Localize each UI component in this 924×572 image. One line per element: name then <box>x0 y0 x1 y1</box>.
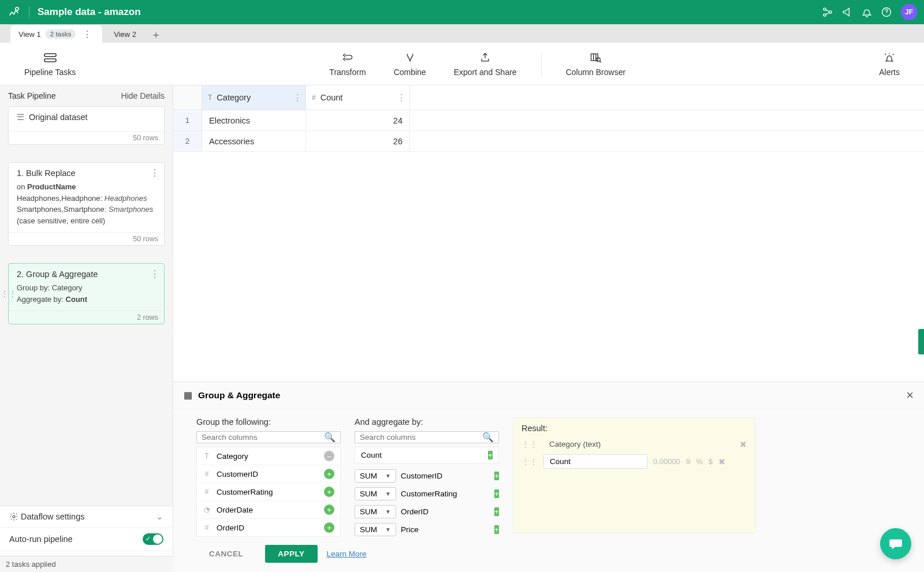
cancel-button[interactable]: CANCEL <box>196 545 256 563</box>
combine-icon <box>404 51 416 64</box>
cell-count[interactable]: 24 <box>306 110 410 130</box>
right-edge-handle[interactable] <box>918 329 924 354</box>
column-name: Count <box>321 93 343 102</box>
tab-view-2[interactable]: View 2 <box>106 25 144 43</box>
add-button[interactable]: + <box>324 487 334 497</box>
close-panel-button[interactable]: × <box>906 388 914 403</box>
remove-button[interactable]: – <box>324 451 334 461</box>
group-search[interactable]: 🔍 <box>196 431 341 443</box>
add-button[interactable]: + <box>494 507 499 516</box>
autorun-row: Auto-run pipeline ✓ <box>0 527 173 551</box>
header-divider <box>29 6 29 18</box>
cell-count[interactable]: 26 <box>306 131 410 151</box>
text-type-icon: T <box>208 94 212 102</box>
gear-icon <box>9 512 18 521</box>
agg-col-name: OrderID <box>401 507 490 516</box>
drag-handle-icon[interactable]: ⋮⋮ <box>521 457 538 466</box>
drag-handle-icon[interactable]: ⋮⋮ <box>1 289 17 298</box>
agg-func-select[interactable]: SUM▼ <box>355 505 396 518</box>
add-button[interactable]: + <box>494 489 499 498</box>
task-card-group-aggregate[interactable]: ⋮⋮ ⋮ 2. Group & Aggregate Group by: Cate… <box>8 263 165 324</box>
combine-button[interactable]: Combine <box>380 48 440 80</box>
group-col-orderid: #OrderID+ <box>197 519 340 536</box>
export-share-button[interactable]: Export and Share <box>440 48 531 80</box>
tab-label: View 1 <box>18 30 41 39</box>
agg-col-name: Price <box>401 525 490 534</box>
autorun-toggle[interactable]: ✓ <box>143 533 163 545</box>
toolbar-label: Alerts <box>879 68 900 77</box>
task-card-bulk-replace[interactable]: ⋮ 1. Bulk Replace on ProductName Headpho… <box>8 162 165 246</box>
svg-point-9 <box>597 58 601 62</box>
add-button[interactable]: + <box>324 522 334 533</box>
sidebar-title: Task Pipeline <box>8 91 56 100</box>
group-aggregate-panel: ▦ Group & Aggregate × Group the followin… <box>173 382 924 572</box>
column-header-category[interactable]: T Category ⋮ <box>202 85 306 110</box>
row-number: 1 <box>173 110 202 130</box>
learn-more-link[interactable]: Learn More <box>327 549 367 558</box>
tab-view-1[interactable]: View 1 2 tasks ⋮ <box>10 25 102 43</box>
format-decimal[interactable]: 0.00000 <box>653 457 680 466</box>
alerts-button[interactable]: Alerts <box>865 48 914 80</box>
format-precision[interactable]: 9 <box>686 457 690 466</box>
agg-func-select[interactable]: SUM▼ <box>355 523 396 536</box>
help-icon[interactable] <box>877 2 896 22</box>
cell-category[interactable]: Electronics <box>202 110 306 130</box>
task-rowcount: 50 rows <box>9 131 164 144</box>
caret-icon: ▼ <box>385 509 391 515</box>
apply-button[interactable]: APPLY <box>265 545 317 563</box>
avatar[interactable]: JF <box>901 4 917 20</box>
number-type-icon: # <box>312 94 316 102</box>
task-title: Original dataset <box>29 113 88 122</box>
autorun-label: Auto-run pipeline <box>9 534 73 544</box>
chat-button[interactable] <box>880 528 911 559</box>
announce-icon[interactable] <box>837 2 857 22</box>
svg-rect-7 <box>44 59 56 62</box>
search-input[interactable] <box>360 433 482 442</box>
add-button[interactable]: + <box>494 472 499 480</box>
add-button[interactable]: + <box>488 451 493 459</box>
agg-row-customerid: SUM▼ CustomerID + <box>355 467 499 485</box>
toolbar-label: Pipeline Tasks <box>24 68 76 77</box>
hide-details-button[interactable]: Hide Details <box>121 91 165 100</box>
remove-icon[interactable]: ✖ <box>718 457 725 466</box>
result-row-category: ⋮⋮ Category (text) ✖ <box>521 438 747 451</box>
remove-icon[interactable]: ✖ <box>740 440 747 449</box>
task-menu-icon[interactable]: ⋮ <box>150 167 159 178</box>
group-col-orderdate: ◔OrderDate+ <box>197 501 340 519</box>
agg-func-select[interactable]: SUM▼ <box>355 469 396 483</box>
column-menu-icon[interactable]: ⋮ <box>293 92 302 103</box>
add-button[interactable]: + <box>494 525 499 534</box>
task-menu-icon[interactable]: ⋮ <box>150 268 159 279</box>
task-card-original[interactable]: ☰Original dataset 50 rows <box>8 106 165 145</box>
format-percent[interactable]: % <box>696 457 703 466</box>
tab-menu-icon[interactable]: ⋮ <box>80 29 94 40</box>
share-flow-icon[interactable] <box>818 2 837 22</box>
search-input[interactable] <box>202 433 324 442</box>
number-type-icon: # <box>203 488 211 496</box>
column-browser-icon <box>589 51 602 64</box>
agg-func-select[interactable]: SUM▼ <box>355 487 396 500</box>
aggregate-section: And aggregate by: 🔍 Count + SUM▼ Custome… <box>355 417 499 533</box>
export-icon <box>479 51 491 64</box>
add-button[interactable]: + <box>324 504 334 515</box>
chevron-down-icon: ⌄ <box>156 512 163 521</box>
pipeline-tasks-button[interactable]: Pipeline Tasks <box>10 48 90 80</box>
format-currency[interactable]: $ <box>709 457 713 466</box>
app-logo-icon <box>7 5 21 19</box>
tab-badge: 2 tasks <box>46 29 76 39</box>
column-menu-icon[interactable]: ⋮ <box>397 92 406 103</box>
add-tab-button[interactable]: ＋ <box>148 27 164 43</box>
bell-icon[interactable] <box>857 2 877 22</box>
caret-icon: ▼ <box>385 526 391 533</box>
cell-category[interactable]: Accessories <box>202 131 306 151</box>
agg-search[interactable]: 🔍 <box>355 431 499 443</box>
drag-handle-icon[interactable]: ⋮⋮ <box>521 440 538 449</box>
column-browser-button[interactable]: Column Browser <box>552 48 639 80</box>
row-number: 2 <box>173 131 202 151</box>
transform-button[interactable]: Transform <box>315 48 379 80</box>
result-input[interactable]: Count <box>543 454 647 469</box>
add-button[interactable]: + <box>324 469 334 479</box>
table-row: 2 Accessories 26 <box>173 131 924 152</box>
column-header-count[interactable]: # Count ⋮ <box>306 85 410 110</box>
dataflow-settings-toggle[interactable]: Dataflow settings ⌄ <box>0 506 173 527</box>
